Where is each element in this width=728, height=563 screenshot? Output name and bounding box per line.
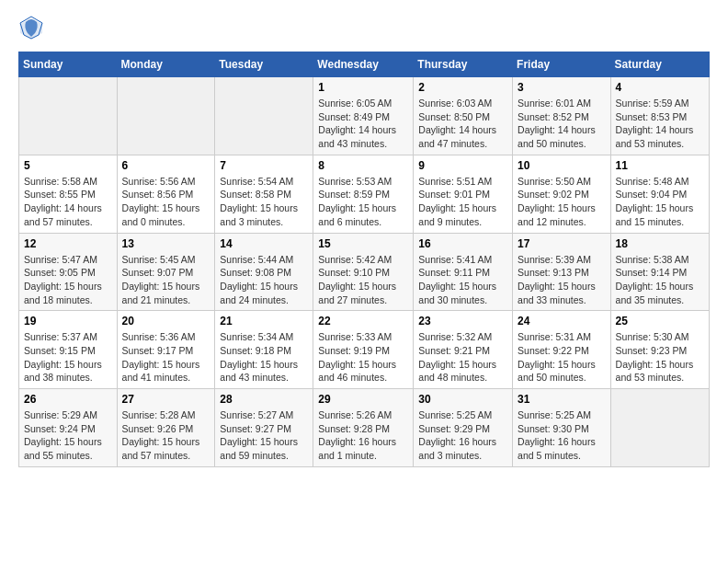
day-info: Sunrise: 5:36 AM Sunset: 9:17 PM Dayligh… [122, 330, 210, 385]
day-number: 14 [220, 237, 308, 250]
day-number: 22 [318, 315, 408, 327]
calendar-cell: 26Sunrise: 5:29 AM Sunset: 9:24 PM Dayli… [19, 389, 118, 467]
calendar-cell: 5Sunrise: 5:58 AM Sunset: 8:55 PM Daylig… [19, 155, 118, 233]
logo [18, 15, 48, 40]
day-number: 31 [518, 393, 606, 406]
day-number: 30 [418, 393, 507, 406]
day-number: 24 [518, 315, 606, 327]
day-number: 4 [616, 81, 704, 94]
calendar-cell: 24Sunrise: 5:31 AM Sunset: 9:22 PM Dayli… [513, 311, 611, 389]
calendar-cell: 15Sunrise: 5:42 AM Sunset: 9:10 PM Dayli… [313, 233, 414, 311]
weekday-header: Thursday [414, 52, 513, 77]
day-number: 16 [418, 237, 507, 250]
calendar-cell: 1Sunrise: 6:05 AM Sunset: 8:49 PM Daylig… [313, 77, 414, 155]
calendar-cell: 3Sunrise: 6:01 AM Sunset: 8:52 PM Daylig… [513, 77, 611, 155]
weekday-header: Friday [513, 52, 611, 77]
day-number: 9 [418, 159, 507, 172]
calendar-cell: 21Sunrise: 5:34 AM Sunset: 9:18 PM Dayli… [215, 311, 313, 389]
calendar-cell: 12Sunrise: 5:47 AM Sunset: 9:05 PM Dayli… [19, 233, 118, 311]
day-number: 5 [24, 159, 112, 172]
day-number: 6 [122, 159, 210, 172]
day-info: Sunrise: 5:28 AM Sunset: 9:26 PM Dayligh… [122, 408, 210, 463]
calendar-cell: 9Sunrise: 5:51 AM Sunset: 9:01 PM Daylig… [414, 155, 513, 233]
day-number: 12 [24, 237, 112, 250]
calendar-cell [610, 389, 709, 467]
day-info: Sunrise: 5:27 AM Sunset: 9:27 PM Dayligh… [220, 408, 308, 463]
day-info: Sunrise: 5:29 AM Sunset: 9:24 PM Dayligh… [24, 408, 112, 463]
calendar-cell: 27Sunrise: 5:28 AM Sunset: 9:26 PM Dayli… [117, 389, 215, 467]
calendar-cell: 18Sunrise: 5:38 AM Sunset: 9:14 PM Dayli… [610, 233, 709, 311]
day-info: Sunrise: 5:47 AM Sunset: 9:05 PM Dayligh… [24, 253, 112, 307]
calendar-cell: 23Sunrise: 5:32 AM Sunset: 9:21 PM Dayli… [414, 311, 513, 389]
day-info: Sunrise: 5:30 AM Sunset: 9:23 PM Dayligh… [616, 330, 704, 385]
calendar-cell: 25Sunrise: 5:30 AM Sunset: 9:23 PM Dayli… [610, 311, 709, 389]
calendar-cell: 17Sunrise: 5:39 AM Sunset: 9:13 PM Dayli… [513, 233, 611, 311]
day-info: Sunrise: 5:58 AM Sunset: 8:55 PM Dayligh… [24, 175, 112, 229]
day-info: Sunrise: 5:34 AM Sunset: 9:18 PM Dayligh… [220, 330, 308, 385]
calendar-week-row: 5Sunrise: 5:58 AM Sunset: 8:55 PM Daylig… [19, 155, 710, 233]
calendar-cell: 29Sunrise: 5:26 AM Sunset: 9:28 PM Dayli… [313, 389, 414, 467]
day-info: Sunrise: 5:33 AM Sunset: 9:19 PM Dayligh… [318, 330, 408, 385]
calendar-week-row: 12Sunrise: 5:47 AM Sunset: 9:05 PM Dayli… [19, 233, 710, 311]
calendar-cell: 6Sunrise: 5:56 AM Sunset: 8:56 PM Daylig… [117, 155, 215, 233]
page-header [18, 15, 710, 40]
day-info: Sunrise: 5:44 AM Sunset: 9:08 PM Dayligh… [220, 253, 308, 307]
day-info: Sunrise: 5:42 AM Sunset: 9:10 PM Dayligh… [318, 253, 408, 307]
calendar-cell: 19Sunrise: 5:37 AM Sunset: 9:15 PM Dayli… [19, 311, 118, 389]
day-number: 15 [318, 237, 408, 250]
calendar-header: SundayMondayTuesdayWednesdayThursdayFrid… [19, 52, 710, 77]
day-info: Sunrise: 5:45 AM Sunset: 9:07 PM Dayligh… [122, 253, 210, 307]
day-number: 17 [518, 237, 606, 250]
calendar-cell: 30Sunrise: 5:25 AM Sunset: 9:29 PM Dayli… [414, 389, 513, 467]
calendar-cell: 28Sunrise: 5:27 AM Sunset: 9:27 PM Dayli… [215, 389, 313, 467]
calendar-cell: 7Sunrise: 5:54 AM Sunset: 8:58 PM Daylig… [215, 155, 313, 233]
day-info: Sunrise: 5:51 AM Sunset: 9:01 PM Dayligh… [418, 175, 507, 229]
day-number: 8 [318, 159, 408, 172]
day-number: 23 [418, 315, 507, 327]
day-number: 19 [24, 315, 112, 327]
calendar-cell: 31Sunrise: 5:25 AM Sunset: 9:30 PM Dayli… [513, 389, 611, 467]
day-info: Sunrise: 5:38 AM Sunset: 9:14 PM Dayligh… [616, 253, 704, 307]
day-info: Sunrise: 5:26 AM Sunset: 9:28 PM Dayligh… [318, 408, 408, 463]
calendar-cell: 11Sunrise: 5:48 AM Sunset: 9:04 PM Dayli… [610, 155, 709, 233]
day-info: Sunrise: 6:03 AM Sunset: 8:50 PM Dayligh… [418, 97, 507, 151]
day-number: 7 [220, 159, 308, 172]
calendar-cell: 16Sunrise: 5:41 AM Sunset: 9:11 PM Dayli… [414, 233, 513, 311]
weekday-header: Sunday [19, 52, 118, 77]
day-info: Sunrise: 6:01 AM Sunset: 8:52 PM Dayligh… [518, 97, 606, 151]
day-info: Sunrise: 5:56 AM Sunset: 8:56 PM Dayligh… [122, 175, 210, 229]
calendar-cell: 13Sunrise: 5:45 AM Sunset: 9:07 PM Dayli… [117, 233, 215, 311]
day-info: Sunrise: 5:53 AM Sunset: 8:59 PM Dayligh… [318, 175, 408, 229]
day-info: Sunrise: 5:37 AM Sunset: 9:15 PM Dayligh… [24, 330, 112, 385]
day-number: 1 [318, 81, 408, 94]
day-info: Sunrise: 6:05 AM Sunset: 8:49 PM Dayligh… [318, 97, 408, 151]
calendar-cell: 10Sunrise: 5:50 AM Sunset: 9:02 PM Dayli… [513, 155, 611, 233]
day-info: Sunrise: 5:41 AM Sunset: 9:11 PM Dayligh… [418, 253, 507, 307]
calendar-cell: 4Sunrise: 5:59 AM Sunset: 8:53 PM Daylig… [610, 77, 709, 155]
weekday-header: Monday [117, 52, 215, 77]
day-number: 2 [418, 81, 507, 94]
day-number: 11 [616, 159, 704, 172]
day-info: Sunrise: 5:25 AM Sunset: 9:30 PM Dayligh… [518, 408, 606, 463]
weekday-header: Tuesday [215, 52, 313, 77]
day-info: Sunrise: 5:50 AM Sunset: 9:02 PM Dayligh… [518, 175, 606, 229]
day-number: 28 [220, 393, 308, 406]
logo-icon [18, 15, 44, 40]
calendar-cell [19, 77, 118, 155]
day-info: Sunrise: 5:31 AM Sunset: 9:22 PM Dayligh… [518, 330, 606, 385]
day-info: Sunrise: 5:54 AM Sunset: 8:58 PM Dayligh… [220, 175, 308, 229]
calendar-cell: 14Sunrise: 5:44 AM Sunset: 9:08 PM Dayli… [215, 233, 313, 311]
calendar-cell: 20Sunrise: 5:36 AM Sunset: 9:17 PM Dayli… [117, 311, 215, 389]
day-number: 27 [122, 393, 210, 406]
calendar-week-row: 19Sunrise: 5:37 AM Sunset: 9:15 PM Dayli… [19, 311, 710, 389]
calendar-table: SundayMondayTuesdayWednesdayThursdayFrid… [18, 52, 710, 467]
calendar-cell: 2Sunrise: 6:03 AM Sunset: 8:50 PM Daylig… [414, 77, 513, 155]
day-number: 21 [220, 315, 308, 327]
day-info: Sunrise: 5:25 AM Sunset: 9:29 PM Dayligh… [418, 408, 507, 463]
day-info: Sunrise: 5:32 AM Sunset: 9:21 PM Dayligh… [418, 330, 507, 385]
calendar-cell: 22Sunrise: 5:33 AM Sunset: 9:19 PM Dayli… [313, 311, 414, 389]
day-number: 3 [518, 81, 606, 94]
day-number: 26 [24, 393, 112, 406]
day-number: 20 [122, 315, 210, 327]
calendar-week-row: 1Sunrise: 6:05 AM Sunset: 8:49 PM Daylig… [19, 77, 710, 155]
